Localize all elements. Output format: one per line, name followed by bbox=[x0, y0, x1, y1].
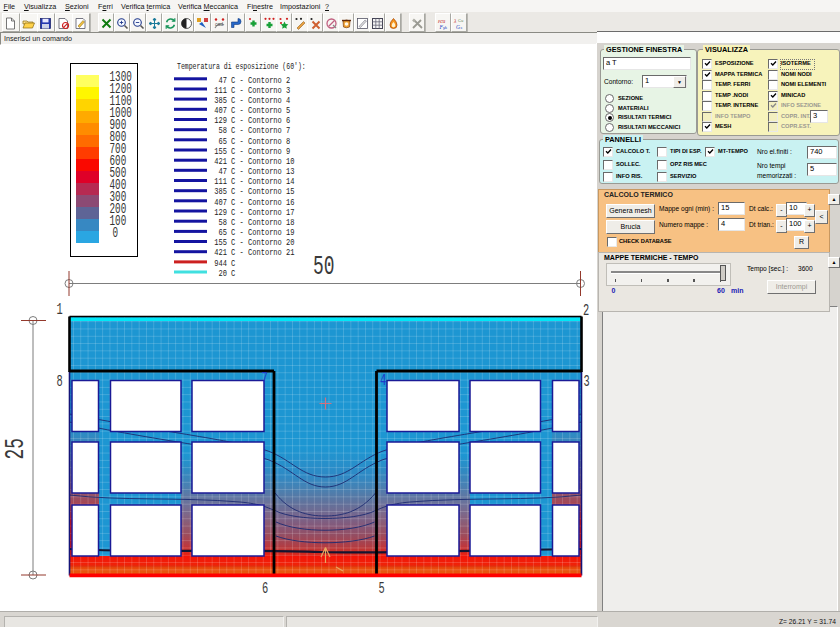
svg-text:C - Contorno 6: C - Contorno 6 bbox=[231, 115, 290, 125]
svg-text:c: c bbox=[460, 25, 462, 30]
svg-text:8: 8 bbox=[57, 372, 63, 390]
svg-text:65: 65 bbox=[219, 227, 228, 237]
svg-text:C - Contorno 9: C - Contorno 9 bbox=[231, 146, 290, 156]
svg-text:111: 111 bbox=[214, 176, 227, 186]
svg-text:C - Contorno 18: C - Contorno 18 bbox=[231, 217, 295, 227]
svg-text:C - Contorno 7: C - Contorno 7 bbox=[231, 125, 290, 135]
svg-text:4: 4 bbox=[380, 372, 386, 390]
svg-text:58: 58 bbox=[219, 217, 228, 227]
svg-text:G: G bbox=[456, 24, 460, 30]
svg-text:3: 3 bbox=[584, 373, 590, 391]
svg-text:C - Contorno 3: C - Contorno 3 bbox=[231, 85, 290, 95]
svg-text:1: 1 bbox=[57, 301, 63, 319]
svg-text:C - Contorno 2: C - Contorno 2 bbox=[231, 75, 290, 85]
svg-text:C - Contorno 16: C - Contorno 16 bbox=[231, 197, 295, 207]
svg-text:λ: λ bbox=[453, 17, 457, 23]
svg-text:47: 47 bbox=[219, 75, 228, 85]
svg-text:εcu: εcu bbox=[438, 17, 446, 23]
svg-text:C - Contorno 4: C - Contorno 4 bbox=[231, 95, 290, 105]
svg-text:yk: yk bbox=[443, 25, 447, 30]
svg-text:C - Contorno 10: C - Contorno 10 bbox=[231, 156, 295, 166]
svg-text:Cu: Cu bbox=[458, 18, 463, 23]
svg-text:20: 20 bbox=[219, 268, 228, 278]
svg-text:0: 0 bbox=[113, 224, 119, 241]
svg-text:C - Contorno 13: C - Contorno 13 bbox=[231, 166, 295, 176]
svg-text:65: 65 bbox=[219, 136, 228, 146]
svg-text:47: 47 bbox=[219, 166, 228, 176]
svg-text:129: 129 bbox=[214, 207, 227, 217]
svg-text:C - Contorno 21: C - Contorno 21 bbox=[231, 248, 295, 258]
svg-text:385: 385 bbox=[214, 186, 227, 196]
svg-text:C - Contorno 17: C - Contorno 17 bbox=[231, 207, 295, 217]
svg-text:129: 129 bbox=[214, 115, 227, 125]
svg-text:C - Contorno 5: C - Contorno 5 bbox=[231, 105, 290, 115]
svg-text:25: 25 bbox=[0, 438, 31, 460]
svg-text:C - Contorno 19: C - Contorno 19 bbox=[231, 227, 295, 237]
svg-text:58: 58 bbox=[219, 125, 228, 135]
svg-text:C - Contorno 15: C - Contorno 15 bbox=[231, 186, 295, 196]
svg-text:5: 5 bbox=[379, 580, 385, 598]
svg-text:50: 50 bbox=[313, 250, 335, 282]
svg-text:385: 385 bbox=[214, 95, 227, 105]
svg-text:C - Contorno 14: C - Contorno 14 bbox=[231, 176, 295, 186]
svg-text:155: 155 bbox=[214, 237, 227, 247]
svg-text:421: 421 bbox=[214, 248, 227, 258]
svg-text:2: 2 bbox=[583, 301, 589, 319]
svg-text:6: 6 bbox=[262, 580, 268, 598]
svg-text:407: 407 bbox=[214, 105, 227, 115]
svg-text:Temperatura di esposizione (60: Temperatura di esposizione (60'): bbox=[177, 61, 306, 71]
svg-text:944: 944 bbox=[214, 258, 227, 268]
svg-text:7: 7 bbox=[262, 370, 268, 388]
svg-text:421: 421 bbox=[214, 156, 227, 166]
svg-text:C: C bbox=[231, 268, 235, 278]
svg-text:155: 155 bbox=[214, 146, 227, 156]
svg-text:C: C bbox=[231, 258, 235, 268]
svg-text:C - Contorno 20: C - Contorno 20 bbox=[231, 237, 295, 247]
svg-text:111: 111 bbox=[214, 85, 227, 95]
svg-text:cad: cad bbox=[215, 21, 223, 27]
svg-text:407: 407 bbox=[214, 197, 227, 207]
svg-text:C - Contorno 8: C - Contorno 8 bbox=[231, 136, 290, 146]
